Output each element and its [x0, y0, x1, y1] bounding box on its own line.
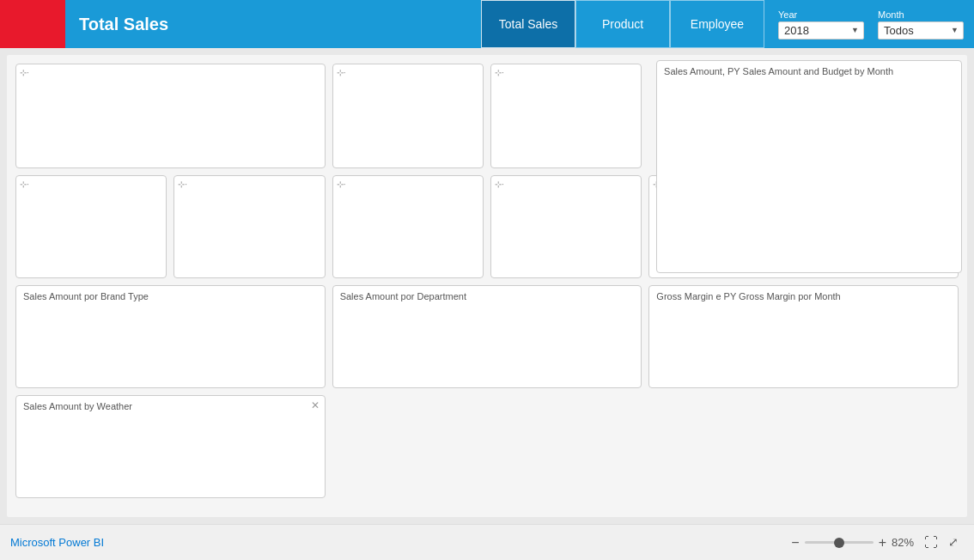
tab-employee[interactable]: Employee [670, 0, 764, 48]
card-r3c1: Sales Amount por Brand Type [15, 285, 326, 388]
card-r2c1a: ⊹· [15, 175, 167, 278]
footer-icon-group: ⛶ ⤢ [924, 535, 964, 551]
card-r4c1-close[interactable]: ✕ [311, 399, 320, 411]
card-r3c3-label: Gross Margin e PY Gross Margin por Month [649, 286, 847, 305]
zoom-plus-button[interactable]: + [879, 535, 886, 551]
card-tall-label: Sales Amount, PY Sales Amount and Budget… [657, 61, 961, 80]
expand-icon[interactable]: ⤢ [948, 535, 964, 551]
zoom-controls: − + 82% ⛶ ⤢ [791, 535, 964, 551]
card-r1c2b: ⊹· [490, 64, 642, 168]
month-select[interactable]: Todos Janeiro Fevereiro Março [878, 21, 964, 40]
card-r2c1b-corner: ⊹· [178, 180, 187, 189]
month-filter-label: Month [878, 9, 964, 20]
card-r3c3: Gross Margin e PY Gross Margin por Month [648, 285, 959, 388]
card-tall-r1r2c3: Sales Amount, PY Sales Amount and Budget… [656, 60, 962, 273]
card-r2c2a-corner: ⊹· [337, 180, 346, 189]
card-r2c2-group: ⊹· ⊹· [329, 172, 646, 282]
card-r4c1: Sales Amount by Weather ✕ [15, 395, 326, 498]
zoom-slider-track[interactable] [805, 541, 874, 544]
zoom-minus-button[interactable]: − [791, 535, 799, 551]
filter-panel: Year 2018 2017 2016 2019 Month Todos Jan… [778, 9, 964, 40]
card-r2c2b-corner: ⊹· [495, 180, 504, 189]
row-4: Sales Amount by Weather ✕ [12, 392, 962, 502]
row4-empty-c2 [332, 395, 642, 498]
canvas-area: ⊹· ⊹· ⊹· ⊹· ⊹· [0, 48, 974, 524]
header-brand-block [0, 0, 65, 48]
year-select[interactable]: 2018 2017 2016 2019 [778, 21, 864, 40]
row4-empty-c3 [648, 395, 959, 498]
card-r2c1b: ⊹· [173, 175, 325, 278]
card-r3c1-label: Sales Amount por Brand Type [16, 286, 155, 305]
year-select-wrapper: 2018 2017 2016 2019 [778, 21, 864, 40]
tab-total-sales[interactable]: Total Sales [481, 0, 575, 48]
card-r3c2: Sales Amount por Department [332, 285, 642, 388]
card-r2c1a-corner: ⊹· [20, 180, 29, 189]
tab-product[interactable]: Product [575, 0, 670, 48]
card-r4c1-label: Sales Amount by Weather [16, 396, 139, 415]
month-filter-group: Month Todos Janeiro Fevereiro Março [878, 9, 964, 40]
year-filter-label: Year [778, 9, 864, 20]
card-r3c2-label: Sales Amount por Department [333, 286, 473, 305]
powerbi-link[interactable]: Microsoft Power BI [10, 536, 104, 549]
card-r2c1-group: ⊹· ⊹· [12, 172, 329, 282]
month-select-wrapper: Todos Janeiro Fevereiro Março [878, 21, 964, 40]
card-r1c2a-corner: ⊹· [337, 68, 346, 77]
card-r2c2b: ⊹· [490, 175, 642, 278]
fullscreen-icon[interactable]: ⛶ [924, 535, 940, 551]
footer: Microsoft Power BI − + 82% ⛶ ⤢ [0, 524, 974, 560]
card-r1c2b-corner: ⊹· [495, 68, 504, 77]
page-title: Total Sales [79, 15, 168, 34]
tab-bar: Total Sales Product Employee [481, 0, 764, 48]
header: Total Sales Total Sales Product Employee… [0, 0, 974, 48]
zoom-value: 82% [892, 536, 919, 549]
card-r1c1: ⊹· [15, 64, 326, 168]
card-r2c2a: ⊹· [332, 175, 484, 278]
zoom-slider-thumb [834, 538, 844, 548]
card-r1c2-group: ⊹· ⊹· [329, 60, 646, 172]
row-3: Sales Amount por Brand Type Sales Amount… [12, 282, 962, 392]
card-r1c1-corner: ⊹· [20, 68, 29, 77]
year-filter-group: Year 2018 2017 2016 2019 [778, 9, 864, 40]
card-r1c2a: ⊹· [332, 64, 484, 168]
